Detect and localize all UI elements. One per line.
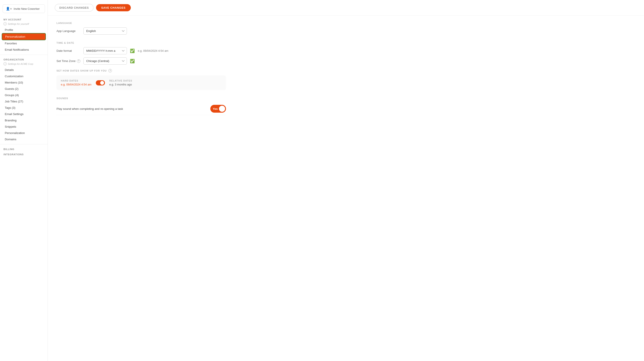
sidebar-item-guests[interactable]: Guests (2) (0, 86, 48, 92)
time-date-section: TIME & DATE Date format MM/DD/YYYY h:mm … (56, 42, 226, 90)
date-format-row: Date format MM/DD/YYYY h:mm a DD/MM/YYYY… (56, 47, 226, 54)
sounds-toggle-yes-label: Yes (213, 107, 218, 111)
discard-changes-button[interactable]: DISCARD CHANGES (55, 4, 94, 12)
sidebar-divider (0, 55, 48, 55)
info-icon-org: i (4, 62, 7, 66)
time-date-section-label: TIME & DATE (56, 42, 226, 44)
date-format-label: Date format (56, 49, 80, 52)
timezone-label-wrap: Set Time Zone ? (56, 59, 80, 63)
sidebar-item-email-settings[interactable]: Email Settings (0, 111, 48, 117)
timezone-select[interactable]: Chicago (Central) New York (Eastern) Los… (84, 57, 127, 65)
sounds-row: Play sound when completing and re-openin… (56, 103, 226, 115)
date-format-check-icon: ✅ (130, 49, 135, 53)
main-content: DISCARD CHANGES SAVE CHANGES LANGUAGE Ap… (48, 0, 644, 361)
how-dates-block: SET HOW DATES SHOW UP FOR YOU ? HARD DAT… (56, 69, 226, 90)
my-account-subtitle: i Settings for yourself (0, 22, 48, 27)
sidebar-item-tags[interactable]: Tags (3) (0, 105, 48, 111)
relative-dates-option: RELATIVE DATES e.g. 3 months ago (109, 79, 132, 86)
billing-header[interactable]: BILLING (0, 146, 48, 151)
hard-dates-label: HARD DATES (61, 79, 92, 82)
date-format-select[interactable]: MM/DD/YYYY h:mm a DD/MM/YYYY h:mm a YYYY… (84, 47, 127, 54)
sidebar-item-email-notifications[interactable]: Email Notifications (0, 47, 48, 53)
language-section-label: LANGUAGE (56, 22, 226, 24)
hard-dates-example: e.g. 09/04/2024 4:54 am (61, 83, 92, 86)
toolbar: DISCARD CHANGES SAVE CHANGES (48, 0, 644, 16)
toggle-slider (96, 80, 105, 86)
set-timezone-label: Set Time Zone (56, 59, 76, 63)
person-add-icon: 👤+ (6, 7, 12, 11)
sounds-section: SOUNDS Play sound when completing and re… (56, 97, 226, 115)
relative-dates-label: RELATIVE DATES (109, 79, 132, 82)
sidebar-item-snippets[interactable]: Snippets (0, 124, 48, 130)
my-account-header: MY ACCOUNT (0, 17, 48, 22)
settings-content: LANGUAGE App Language English Spanish Fr… (48, 16, 235, 128)
sidebar-item-branding[interactable]: Branding (0, 117, 48, 124)
app-language-label: App Language (56, 29, 80, 33)
date-toggle-section: HARD DATES e.g. 09/04/2024 4:54 am RELAT… (56, 76, 226, 90)
sidebar-item-details[interactable]: Details (0, 67, 48, 73)
language-section: LANGUAGE App Language English Spanish Fr… (56, 22, 226, 35)
hard-relative-toggle[interactable] (96, 80, 105, 86)
date-format-example: e.g. 09/04/2024 4:54 am (138, 49, 168, 52)
sidebar-item-groups[interactable]: Groups (4) (0, 92, 48, 98)
how-dates-header-row: SET HOW DATES SHOW UP FOR YOU ? (56, 69, 226, 72)
language-select[interactable]: English Spanish French German Portuguese (84, 28, 127, 35)
sidebar-item-profile[interactable]: Profile (0, 27, 48, 33)
sounds-description: Play sound when completing and re-openin… (56, 107, 123, 111)
timezone-check-icon: ✅ (130, 59, 135, 64)
org-subtitle: i Settings for ACME Corp (0, 62, 48, 67)
sidebar-item-domains[interactable]: Domains (0, 136, 48, 142)
sidebar-item-personalization[interactable]: Personalization (2, 33, 46, 40)
sidebar: 👤+ Invite New Coworker MY ACCOUNT i Sett… (0, 0, 48, 361)
save-changes-button[interactable]: SAVE CHANGES (96, 4, 131, 11)
org-header: ORGANIZATION (0, 57, 48, 62)
invite-coworker-button[interactable]: 👤+ Invite New Coworker (2, 4, 45, 13)
integrations-header[interactable]: INTEGRATIONS (0, 151, 48, 157)
sidebar-item-personalization-org[interactable]: Personalization (0, 130, 48, 136)
sidebar-item-members[interactable]: Members (10) (0, 79, 48, 86)
timezone-help-icon[interactable]: ? (77, 59, 80, 63)
sounds-toggle-circle[interactable] (219, 106, 225, 112)
sidebar-divider-2 (0, 144, 48, 144)
how-dates-help-icon[interactable]: ? (108, 69, 112, 72)
invite-button-label: Invite New Coworker (14, 7, 40, 11)
sounds-section-label: SOUNDS (56, 97, 226, 100)
hard-dates-option: HARD DATES e.g. 09/04/2024 4:54 am (61, 79, 92, 86)
relative-dates-example: e.g. 3 months ago (109, 83, 132, 86)
sidebar-item-job-titles[interactable]: Job Titles (27) (0, 98, 48, 105)
sidebar-item-favorites[interactable]: Favorites (0, 40, 48, 47)
timezone-row: Set Time Zone ? Chicago (Central) New Yo… (56, 57, 226, 65)
info-icon-account: i (4, 22, 7, 26)
app-language-row: App Language English Spanish French Germ… (56, 28, 226, 35)
how-dates-label: SET HOW DATES SHOW UP FOR YOU (56, 69, 107, 72)
sidebar-item-customization[interactable]: Customization (0, 73, 48, 79)
sounds-toggle-wrap[interactable]: Yes (210, 105, 226, 113)
